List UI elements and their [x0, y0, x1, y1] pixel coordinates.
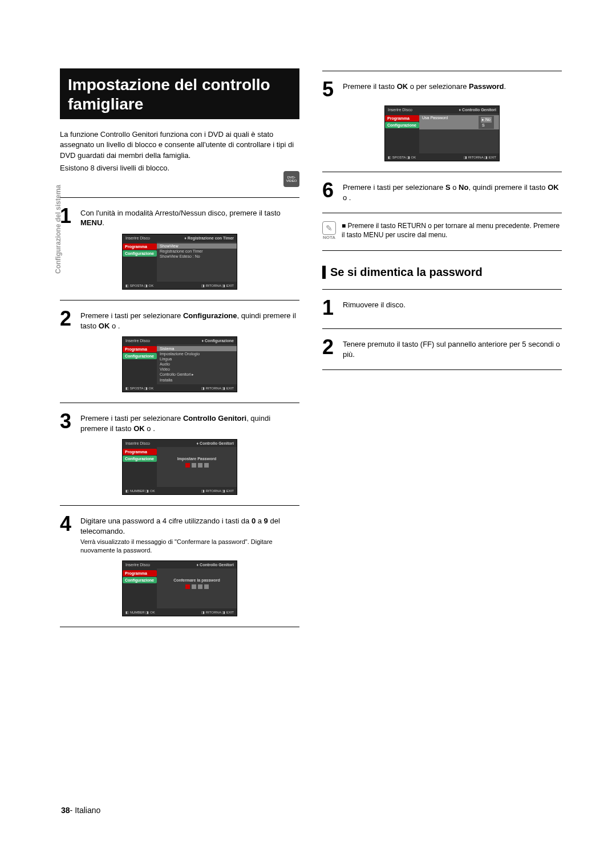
- osd-step-3: Inserire Disco♦ Controllo Genitori Progr…: [122, 439, 237, 495]
- divider: [60, 197, 299, 198]
- step-3: 3 Premere i tasti per selezionare Contro…: [60, 411, 299, 433]
- step-number: 6: [322, 180, 338, 202]
- page-number: 38: [61, 806, 70, 815]
- step-text: Rimuovere il disco.: [343, 298, 406, 318]
- note-block: ✎ NOTA ■ Premere il tasto RETURN o per t…: [322, 221, 562, 240]
- step-6: 6 Premere i tasti per selezionare S o No…: [322, 180, 562, 202]
- step-5: 5 Premere il tasto OK o per selezionare …: [322, 79, 562, 100]
- divider: [322, 71, 562, 71]
- step-number: 2: [60, 308, 76, 331]
- step-number: 5: [322, 79, 338, 100]
- osd-step-2: Inserire Disco♦ Configurazione Programma…: [122, 336, 237, 392]
- section-side-label: Configurazione del sistema: [54, 185, 62, 274]
- step-text: Premere i tasti per selezionare Configur…: [80, 308, 299, 331]
- divider: [322, 369, 562, 370]
- divider: [322, 250, 562, 251]
- forgot-step-2: 2 Tenere premuto il tasto (FF) sul panne…: [322, 337, 562, 359]
- step-number: 1: [322, 298, 338, 318]
- step-text: Premere i tasti per selezionare S o No, …: [343, 180, 562, 202]
- page-footer: 38- Italiano: [61, 806, 100, 815]
- two-columns: Impostazione del controllo famigliare La…: [60, 68, 562, 635]
- step-4: 4 Digitare una password a 4 cifre utiliz…: [60, 514, 299, 555]
- divider: [322, 289, 562, 290]
- step-2: 2 Premere i tasti per selezionare Config…: [60, 308, 299, 331]
- step-number: 2: [322, 337, 338, 359]
- dvd-video-icon: DVD-VIDEO: [283, 171, 299, 187]
- divider: [322, 172, 562, 172]
- step-text: Tenere premuto il tasto (FF) sul pannell…: [343, 337, 562, 359]
- subsection-title: Se si dimentica la password: [322, 266, 562, 279]
- divider: [60, 627, 299, 627]
- divider: [60, 300, 299, 300]
- divider: [322, 213, 562, 213]
- forgot-step-1: 1 Rimuovere il disco.: [322, 298, 562, 318]
- step-text: Con l'unità in modalità Arresto/Nessun d…: [80, 206, 299, 228]
- divider: [322, 328, 562, 329]
- page-language: Italiano: [75, 806, 100, 815]
- intro-paragraph-1: La funzione Controllo Genitori funziona …: [60, 129, 299, 161]
- intro-paragraph-2: Esistono 8 diversi livelli di blocco.: [60, 163, 299, 173]
- osd-step-1: Inserire Disco♦ Registrazione con Timer …: [122, 234, 237, 290]
- note-icon: ✎: [322, 221, 336, 235]
- step-number: 3: [60, 411, 76, 433]
- step-number: 4: [60, 514, 76, 555]
- left-column: Impostazione del controllo famigliare La…: [60, 68, 299, 635]
- osd-step-5: Inserire Disco♦ Controllo Genitori Progr…: [384, 105, 500, 161]
- step-text: Premere il tasto OK o per selezionare Pa…: [343, 79, 506, 100]
- page-title: Impostazione del controllo famigliare: [60, 68, 299, 119]
- divider: [60, 505, 299, 506]
- step-1: 1 Con l'unità in modalità Arresto/Nessun…: [60, 206, 299, 228]
- divider: [60, 403, 299, 403]
- step-text: Digitare una password a 4 cifre utilizza…: [80, 514, 299, 555]
- note-text: ■ Premere il tasto RETURN o per tornare …: [342, 221, 562, 239]
- osd-step-4: Inserire Disco♦ Controllo Genitori Progr…: [122, 560, 237, 616]
- note-label: NOTA: [322, 235, 336, 240]
- manual-page: Configurazione del sistema Impostazione …: [0, 0, 616, 849]
- step-text: Premere i tasti per selezionare Controll…: [80, 411, 299, 433]
- step-number: 1: [60, 206, 76, 228]
- right-column: 5 Premere il tasto OK o per selezionare …: [322, 68, 562, 635]
